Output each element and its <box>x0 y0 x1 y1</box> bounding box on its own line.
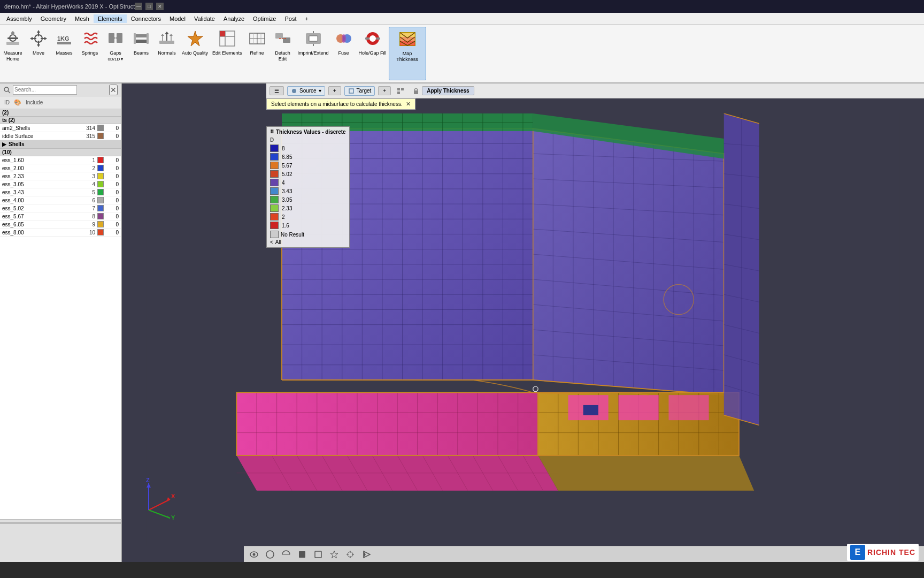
entity-row-ess-8.00[interactable]: ess_8.00 10 0 <box>0 229 121 237</box>
target-label: Target <box>357 88 372 94</box>
legend-drag-icon[interactable]: ⠿ <box>270 129 274 135</box>
entity-row-iddle-surface[interactable]: iddle Surface 315 0 <box>0 132 121 140</box>
legend-color-no-result <box>270 231 279 238</box>
entity-include-6: 0 <box>106 197 119 203</box>
bottom-icon-box[interactable] <box>296 549 308 560</box>
entity-row-ess-2.33[interactable]: ess_2.33 3 0 <box>0 172 121 180</box>
viewport-3d[interactable] <box>122 113 924 546</box>
section-header-2[interactable]: (2) <box>0 109 121 117</box>
bottom-icon-crosshair[interactable] <box>344 549 356 560</box>
menu-geometry[interactable]: Geometry <box>36 14 71 23</box>
section-header-ts[interactable]: ts (2) <box>0 117 121 124</box>
ribbon-tool-edit-elements[interactable]: Edit Elements <box>210 27 244 80</box>
target-add-button[interactable]: + <box>378 86 391 95</box>
map-thickness-menu-button[interactable]: ☰ <box>270 86 284 95</box>
menu-connectors[interactable]: Connectors <box>127 14 165 23</box>
legend-no-result[interactable]: No Result <box>270 231 346 238</box>
bottom-icon-play[interactable] <box>360 549 372 560</box>
quality-label: Auto Quality <box>182 50 208 56</box>
main-layout: ✕ ID 🎨 Include (2) ts (2) am2_Shells 314… <box>0 83 924 562</box>
svg-marker-211 <box>330 551 338 558</box>
ribbon-tool-springs[interactable]: Springs <box>77 27 103 80</box>
left-panel-bottom-handle[interactable] <box>0 519 121 562</box>
ribbon-tool-holegap[interactable]: Hole/Gap Fill <box>357 27 389 80</box>
svg-rect-53 <box>365 37 369 40</box>
entity-row-am2-shells[interactable]: am2_Shells 314 0 <box>0 124 121 132</box>
svg-rect-16 <box>109 33 114 43</box>
menu-post[interactable]: Post <box>280 14 301 23</box>
svg-rect-23 <box>159 41 174 44</box>
svg-marker-27 <box>161 34 164 36</box>
ribbon-tool-beams[interactable]: Beams <box>128 27 154 80</box>
entity-row-ess-4.00[interactable]: ess_4.00 6 0 <box>0 196 121 204</box>
source-button[interactable]: Source ▾ <box>287 86 325 96</box>
springs-label: Springs <box>82 50 98 56</box>
ribbon-tool-masses[interactable]: 1KG Masses <box>51 27 77 80</box>
bottom-icon-eye[interactable] <box>248 549 260 560</box>
legend-all-row[interactable]: < All <box>270 239 346 245</box>
menu-plus[interactable]: + <box>301 14 312 23</box>
ribbon-tool-move[interactable]: Move <box>26 27 51 80</box>
menu-mesh[interactable]: Mesh <box>71 14 94 23</box>
menu-analyze[interactable]: Analyze <box>219 14 249 23</box>
ribbon-tool-measure-home[interactable]: MeasureHome <box>0 27 26 80</box>
menu-elements[interactable]: Elements <box>94 14 127 23</box>
legend-row-2.33: 2.33 <box>270 204 346 212</box>
svg-marker-9 <box>37 44 40 47</box>
entity-row-ess-6.85[interactable]: ess_6.85 9 0 <box>0 220 121 229</box>
ribbon-tool-gaps[interactable]: Gaps0D/1D ▾ <box>103 27 128 80</box>
maximize-button[interactable]: □ <box>145 3 153 10</box>
move-icon <box>28 28 49 49</box>
legend-color-5.67 <box>270 162 279 169</box>
ribbon-tool-detach[interactable]: DetachEdit <box>270 27 296 80</box>
ribbon-tool-normals[interactable]: Normals <box>154 27 180 80</box>
entity-row-ess-3.05[interactable]: ess_3.05 4 0 <box>0 180 121 188</box>
entity-row-ess-5.02[interactable]: ess_5.02 7 0 <box>0 204 121 212</box>
minimize-button[interactable]: — <box>135 3 142 10</box>
ribbon-tool-map-thickness[interactable]: Map Thickness <box>389 27 426 80</box>
entity-color-9 <box>97 221 104 227</box>
menu-model[interactable]: Model <box>165 14 190 23</box>
bottom-icon-circle[interactable] <box>264 549 276 560</box>
section-header-10[interactable]: (10) <box>0 149 121 156</box>
legend-value-8: 8 <box>282 146 285 151</box>
normals-label: Normals <box>158 50 176 56</box>
search-input[interactable] <box>13 85 77 95</box>
entity-row-ess-2.00[interactable]: ess_2.00 2 0 <box>0 164 121 172</box>
ribbon-tool-imprint[interactable]: Imprint/Extend <box>296 27 331 80</box>
menu-optimize[interactable]: Optimize <box>249 14 280 23</box>
source-dropdown-icon: ▾ <box>319 88 321 94</box>
bottom-icon-star[interactable] <box>328 549 340 560</box>
entity-row-ess-5.67[interactable]: ess_5.67 8 0 <box>0 212 121 220</box>
target-icon <box>348 88 355 94</box>
svg-point-207 <box>266 551 274 558</box>
bottom-icon-box-outline[interactable] <box>312 549 324 560</box>
entity-row-ess-1.60[interactable]: ess_1.60 1 0 <box>0 156 121 164</box>
mesh-viewport[interactable] <box>122 113 924 546</box>
menu-validate[interactable]: Validate <box>190 14 219 23</box>
ribbon-tool-fuse[interactable]: Fuse <box>331 27 357 80</box>
entity-row-ess-3.43[interactable]: ess_3.43 5 0 <box>0 188 121 196</box>
legend-row-4: 4 <box>270 178 346 187</box>
tooltip-close-button[interactable]: ✕ <box>406 101 411 108</box>
apply-thickness-button[interactable]: Apply Thickness <box>422 86 474 95</box>
target-button[interactable]: Target <box>344 86 375 96</box>
richin-tec-logo: E RICHIN TEC <box>847 544 919 561</box>
thickness-tooltip: Select elements on a midsurface to calcu… <box>266 98 415 110</box>
shells-section-header[interactable]: ▶ Shells <box>0 140 121 149</box>
ribbon-tool-quality[interactable]: Auto Quality <box>180 27 210 80</box>
col-color-icon: 🎨 <box>14 99 21 106</box>
close-button[interactable]: ✕ <box>156 3 164 10</box>
bottom-icon-half-circle[interactable] <box>280 549 292 560</box>
menu-assembly[interactable]: Assembly <box>2 14 36 23</box>
entity-color-10 <box>97 229 104 235</box>
detach-label: DetachEdit <box>275 50 290 62</box>
source-add-button[interactable]: + <box>328 86 341 95</box>
entity-id-5: 5 <box>82 189 97 195</box>
svg-rect-64 <box>401 88 404 90</box>
masses-icon: 1KG <box>53 28 75 49</box>
legend-value-2.33: 2.33 <box>282 206 292 211</box>
legend-collapse-btn[interactable]: < <box>270 239 273 245</box>
panel-close-button[interactable]: ✕ <box>109 85 118 95</box>
ribbon-tool-refine[interactable]: Refine <box>244 27 270 80</box>
